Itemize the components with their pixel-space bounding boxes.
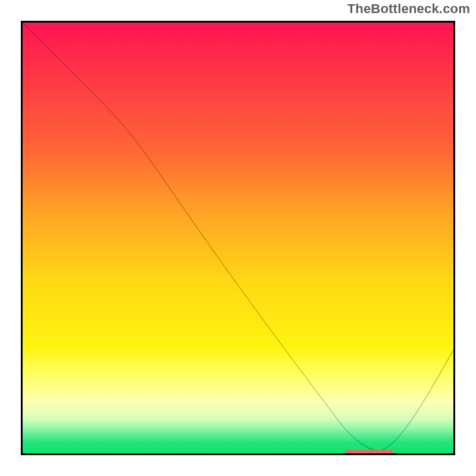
bottleneck-curve-path bbox=[23, 23, 453, 450]
optimum-range-marker bbox=[346, 450, 393, 455]
plot-area bbox=[21, 21, 455, 455]
chart-frame: TheBottleneck.com bbox=[0, 0, 476, 476]
bottleneck-curve-svg bbox=[23, 23, 453, 453]
attribution-text: TheBottleneck.com bbox=[347, 1, 470, 17]
